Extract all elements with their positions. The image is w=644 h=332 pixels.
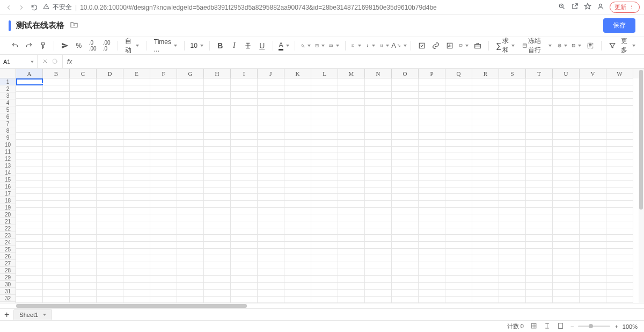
cell[interactable]	[472, 147, 499, 154]
cell[interactable]	[16, 249, 43, 256]
cell[interactable]	[419, 85, 445, 92]
cell[interactable]	[43, 228, 70, 235]
cell[interactable]	[526, 153, 553, 160]
cell[interactable]	[499, 221, 526, 228]
cell[interactable]	[580, 174, 606, 181]
row-header[interactable]: 26	[0, 253, 16, 260]
cell[interactable]	[231, 160, 258, 167]
row-header[interactable]: 29	[0, 274, 16, 281]
cell[interactable]	[419, 153, 445, 160]
row-header[interactable]: 6	[0, 113, 16, 120]
cell[interactable]	[204, 140, 231, 147]
cell[interactable]	[392, 133, 419, 140]
cell[interactable]	[43, 201, 70, 208]
cell[interactable]	[365, 78, 392, 85]
cell[interactable]	[43, 153, 70, 160]
cell[interactable]	[392, 181, 419, 187]
cell[interactable]	[284, 194, 311, 201]
cell[interactable]	[419, 140, 445, 147]
cell[interactable]	[311, 181, 338, 187]
cell[interactable]	[204, 119, 231, 126]
cell[interactable]	[16, 201, 43, 208]
cell[interactable]	[499, 262, 526, 269]
column-header[interactable]: D	[97, 69, 123, 78]
cell[interactable]	[177, 194, 204, 201]
cell[interactable]	[580, 92, 606, 99]
comment-button[interactable]	[457, 39, 470, 52]
cell[interactable]	[150, 208, 177, 215]
cell[interactable]	[472, 99, 499, 106]
cell[interactable]	[472, 221, 499, 228]
cell[interactable]	[499, 235, 526, 242]
cell[interactable]	[97, 235, 123, 242]
cell[interactable]	[43, 112, 70, 119]
cell[interactable]	[16, 181, 43, 187]
cell[interactable]	[419, 262, 445, 269]
cell[interactable]	[445, 85, 472, 92]
cell[interactable]	[606, 235, 633, 242]
column-header[interactable]: S	[499, 69, 526, 78]
cell[interactable]	[97, 126, 123, 133]
cell[interactable]	[580, 140, 606, 147]
cell[interactable]	[97, 78, 123, 85]
cell[interactable]	[311, 187, 338, 194]
cell[interactable]	[204, 167, 231, 174]
cell[interactable]	[419, 112, 445, 119]
cell[interactable]	[338, 221, 365, 228]
cell[interactable]	[499, 167, 526, 174]
cell[interactable]	[392, 174, 419, 181]
image-insert-button[interactable]	[570, 39, 583, 52]
cell[interactable]	[311, 208, 338, 215]
cell[interactable]	[16, 92, 43, 99]
horizontal-scroll-thumb[interactable]	[16, 304, 247, 308]
cell[interactable]	[311, 174, 338, 181]
cell[interactable]	[445, 214, 472, 221]
cell[interactable]	[445, 153, 472, 160]
cell[interactable]	[258, 167, 284, 174]
cell[interactable]	[311, 119, 338, 126]
cell[interactable]	[16, 235, 43, 242]
sum-button[interactable]: ∑求和	[493, 39, 518, 52]
cell[interactable]	[231, 297, 258, 304]
column-header[interactable]: C	[70, 69, 97, 78]
column-header[interactable]: T	[526, 69, 553, 78]
cell[interactable]	[43, 262, 70, 269]
cell[interactable]	[472, 283, 499, 290]
cell[interactable]	[150, 85, 177, 92]
cell[interactable]	[258, 290, 284, 297]
cell[interactable]	[123, 269, 150, 276]
cell[interactable]	[231, 208, 258, 215]
cell[interactable]	[258, 85, 284, 92]
font-select[interactable]: Times ...	[151, 39, 180, 52]
cell[interactable]	[177, 147, 204, 154]
cell[interactable]	[499, 133, 526, 140]
cell[interactable]	[338, 147, 365, 154]
cell[interactable]	[445, 249, 472, 256]
cell[interactable]	[392, 112, 419, 119]
cell[interactable]	[123, 106, 150, 113]
column-header[interactable]: O	[392, 69, 419, 78]
cell[interactable]	[43, 106, 70, 113]
cell[interactable]	[43, 214, 70, 221]
cell[interactable]	[365, 92, 392, 99]
cell[interactable]	[606, 255, 633, 262]
cell[interactable]	[365, 140, 392, 147]
cell[interactable]	[580, 167, 606, 174]
cell[interactable]	[97, 174, 123, 181]
cell[interactable]	[204, 262, 231, 269]
cell[interactable]	[392, 106, 419, 113]
cell[interactable]	[284, 153, 311, 160]
cell[interactable]	[70, 194, 97, 201]
cell[interactable]	[392, 249, 419, 256]
cell[interactable]	[392, 262, 419, 269]
cell[interactable]	[419, 228, 445, 235]
cell[interactable]	[526, 208, 553, 215]
address-bar[interactable]: 不安全 | 10.0.0.26:10000/#/design?knowledge…	[43, 3, 554, 12]
cell[interactable]	[606, 242, 633, 249]
cell[interactable]	[392, 140, 419, 147]
cell[interactable]	[553, 255, 580, 262]
cell[interactable]	[606, 297, 633, 304]
cell[interactable]	[258, 140, 284, 147]
cell[interactable]	[606, 133, 633, 140]
cell[interactable]	[553, 92, 580, 99]
